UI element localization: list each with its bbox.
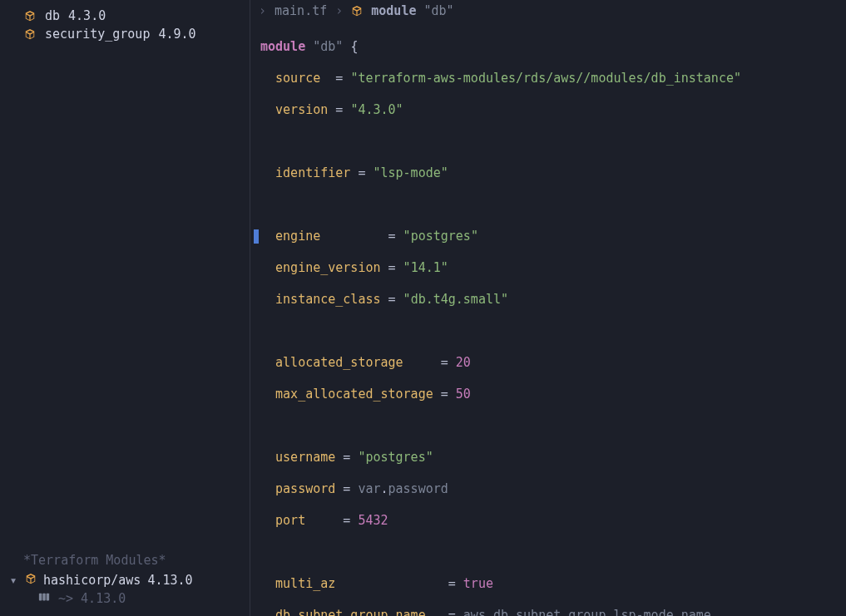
- svg-rect-0: [39, 594, 42, 601]
- package-icon: [23, 28, 37, 40]
- caret-down-icon: ▾: [8, 573, 18, 588]
- section-title: *Terraform Modules*: [0, 551, 250, 571]
- module-version: 4.9.0: [158, 27, 195, 42]
- cursor-line: engine = "postgres": [254, 229, 846, 244]
- provider-item[interactable]: ▾ hashicorp/aws 4.13.0: [0, 571, 250, 589]
- provider-name: hashicorp/aws: [43, 573, 141, 588]
- breadcrumb-file[interactable]: main.tf: [275, 3, 327, 18]
- breadcrumb[interactable]: › main.tf › module "db": [250, 0, 846, 22]
- module-name: security_group: [45, 27, 150, 42]
- chevron-right-icon: ›: [335, 3, 343, 18]
- provider-constraint[interactable]: ~> 4.13.0: [0, 589, 250, 608]
- editor-pane: › main.tf › module "db" module "db" { so…: [250, 0, 846, 616]
- breadcrumb-module[interactable]: module "db": [371, 3, 453, 18]
- module-name: db: [45, 8, 60, 23]
- module-tree-item-db[interactable]: db 4.3.0: [0, 7, 250, 25]
- provider-constraint-text: ~> 4.13.0: [58, 591, 126, 606]
- provider-version: 4.13.0: [147, 573, 192, 588]
- providers-section: *Terraform Modules* ▾ hashicorp/aws 4.13…: [0, 551, 250, 616]
- svg-rect-1: [42, 594, 46, 601]
- code-editor[interactable]: module "db" { source = "terraform-aws-mo…: [250, 22, 846, 616]
- svg-rect-2: [47, 594, 50, 601]
- package-icon: [351, 3, 363, 18]
- package-icon: [25, 573, 37, 588]
- package-icon: [23, 10, 37, 22]
- module-version: 4.3.0: [68, 8, 106, 23]
- module-icon: [38, 591, 50, 606]
- chevron-right-icon: ›: [259, 3, 266, 18]
- sidebar: db 4.3.0 security_group 4.9.0 *Terraform…: [0, 0, 250, 616]
- module-tree: db 4.3.0 security_group 4.9.0: [0, 0, 250, 551]
- module-tree-item-security-group[interactable]: security_group 4.9.0: [0, 25, 250, 43]
